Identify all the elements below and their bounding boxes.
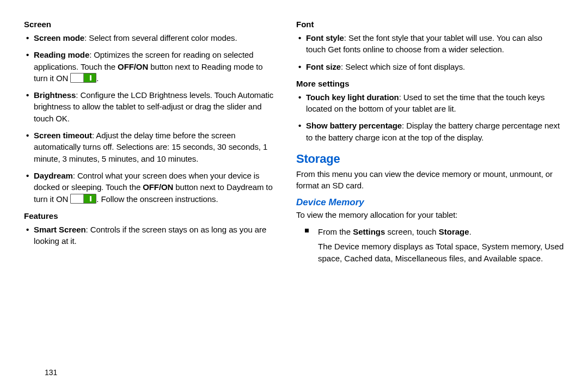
battery-pct-label: Show battery percentage xyxy=(306,121,402,130)
font-size-text: : Select which size of font displays. xyxy=(341,62,465,71)
smart-screen-label: Smart Screen xyxy=(34,225,86,234)
reading-mode-label: Reading mode xyxy=(34,50,89,59)
step-settings: Settings xyxy=(353,227,385,236)
daydream-item: Daydream: Control what your screen does … xyxy=(34,170,279,205)
step-storage: Storage xyxy=(439,227,469,236)
screen-heading: Screen xyxy=(24,20,279,29)
screen-mode-item: Screen mode: Select from several differe… xyxy=(34,32,279,44)
manual-page: Screen Screen mode: Select from several … xyxy=(0,0,588,392)
left-column: Screen Screen mode: Select from several … xyxy=(24,20,294,381)
device-memory-intro: To view the memory allocation for your t… xyxy=(296,209,564,220)
right-column: Font Font style: Set the font style that… xyxy=(294,20,564,381)
screen-mode-text: : Select from several different color mo… xyxy=(84,33,237,42)
toggle-on-icon xyxy=(70,194,96,204)
font-list: Font style: Set the font style that your… xyxy=(296,32,564,72)
battery-pct-item: Show battery percentage: Display the bat… xyxy=(306,120,564,143)
smart-screen-item: Smart Screen: Controls if the screen sta… xyxy=(34,224,279,247)
daydream-offon: OFF/ON xyxy=(143,182,173,192)
brightness-item: Brightness: Configure the LCD Brightness… xyxy=(34,89,279,124)
reading-mode-offon: OFF/ON xyxy=(118,62,148,71)
daydream-label: Daydream xyxy=(34,171,73,180)
features-heading: Features xyxy=(24,211,279,220)
brightness-label: Brightness xyxy=(34,90,76,100)
font-size-item: Font size: Select which size of font dis… xyxy=(306,61,564,72)
more-settings-list: Touch key light duration: Used to set th… xyxy=(296,91,564,143)
screen-timeout-label: Screen timeout xyxy=(34,131,92,140)
device-memory-step: From the Settings screen, touch Storage. xyxy=(296,226,564,237)
device-memory-heading: Device Memory xyxy=(296,197,564,208)
screen-list: Screen mode: Select from several differe… xyxy=(24,32,279,205)
step-pre: From the xyxy=(318,227,353,236)
touch-key-item: Touch key light duration: Used to set th… xyxy=(306,91,564,115)
page-number: 131 xyxy=(45,368,57,377)
reading-mode-text3: . xyxy=(96,74,99,83)
toggle-on-icon xyxy=(70,73,96,83)
features-list: Smart Screen: Controls if the screen sta… xyxy=(24,224,279,247)
screen-mode-label: Screen mode xyxy=(34,33,84,42)
font-style-label: Font style xyxy=(306,33,344,42)
font-size-label: Font size xyxy=(306,62,341,71)
square-bullet-icon xyxy=(305,229,309,232)
screen-timeout-item: Screen timeout: Adjust the delay time be… xyxy=(34,130,279,164)
storage-intro: From this menu you can view the device m… xyxy=(296,168,564,192)
daydream-text3: . Follow the onscreen instructions. xyxy=(96,194,218,204)
reading-mode-item: Reading mode: Optimizes the screen for r… xyxy=(34,49,279,84)
step-post: . xyxy=(469,227,471,236)
storage-heading: Storage xyxy=(296,152,564,166)
touch-key-label: Touch key light duration xyxy=(306,93,399,102)
step-mid: screen, touch xyxy=(385,227,438,236)
font-heading: Font xyxy=(296,20,564,29)
more-settings-heading: More settings xyxy=(296,79,564,88)
font-style-item: Font style: Set the font style that your… xyxy=(306,32,564,56)
device-memory-result: The Device memory displays as Total spac… xyxy=(296,241,564,264)
